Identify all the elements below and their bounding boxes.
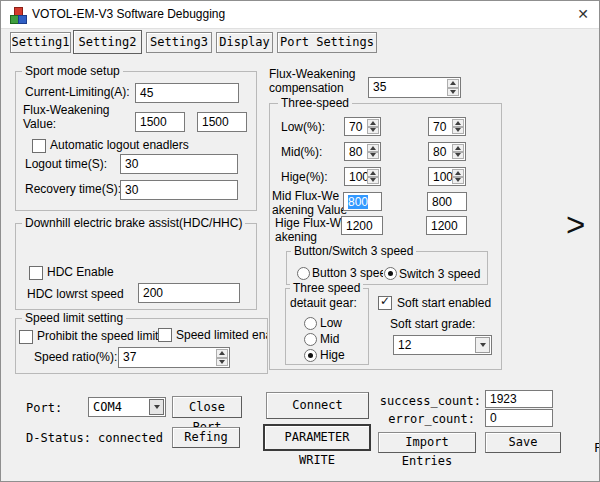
mid-flux-value-1-selected: 800: [348, 195, 368, 209]
spin-up-button[interactable]: [367, 119, 379, 127]
tab-display[interactable]: Display: [216, 32, 273, 53]
port-dropdown[interactable]: COM4: [88, 397, 166, 417]
flux-compensation-label-line1: Flux-Weakening: [269, 68, 355, 81]
dstatus-value: connected: [98, 432, 163, 445]
soft-start-grade-value: 12: [398, 338, 411, 352]
mid-flux-input-2[interactable]: 800: [427, 192, 467, 211]
gear-hige-label: Hige: [320, 349, 345, 362]
spin-up-button[interactable]: [452, 119, 464, 127]
spinner: [452, 119, 464, 134]
default-gear-title-line2: detauit gear:: [290, 297, 357, 310]
recovery-time-input[interactable]: 30: [120, 180, 238, 200]
refing-button[interactable]: Refing: [172, 427, 240, 448]
speed-limited-enable-checkbox[interactable]: [158, 328, 172, 342]
hige-flux-input-2[interactable]: 1200: [426, 216, 467, 235]
import-entries-button[interactable]: Import Entries: [378, 432, 476, 453]
low-percent-input-1[interactable]: 70: [344, 117, 381, 136]
triangle-down-icon: [219, 360, 225, 364]
spin-up-button[interactable]: [452, 169, 464, 177]
flux-weakening-value-input-1[interactable]: 1500: [135, 112, 185, 132]
spin-down-button[interactable]: [367, 127, 379, 135]
switch-3-speed-radio[interactable]: [384, 267, 397, 280]
spinner: [367, 119, 379, 134]
parameter-write-button[interactable]: PARAMETER WRITE: [263, 424, 371, 451]
tab-setting1[interactable]: Setting1: [10, 32, 71, 53]
mid-percent-input-1[interactable]: 80: [344, 142, 381, 161]
hdc-enable-checkbox[interactable]: [29, 266, 43, 280]
hige-flux-input-1[interactable]: 1200: [341, 216, 383, 235]
flux-weakening-value-input-2[interactable]: 1500: [197, 112, 247, 132]
sport-mode-group-title: Sport mode setup: [22, 65, 123, 78]
save-button[interactable]: Save: [485, 432, 561, 453]
low-percent-input-2[interactable]: 70: [428, 117, 466, 136]
spin-up-button[interactable]: [216, 349, 228, 358]
spinner: [452, 144, 464, 159]
triangle-down-icon: [455, 178, 461, 182]
soft-start-enabled-checkbox[interactable]: ✓: [378, 296, 392, 310]
gear-hige-radio[interactable]: [304, 349, 317, 362]
close-port-button[interactable]: Close Port: [172, 396, 242, 418]
spin-up-button[interactable]: [452, 144, 464, 152]
current-limiting-input[interactable]: 45: [135, 83, 239, 103]
mid-percent-input-2[interactable]: 80: [428, 142, 466, 161]
tab-setting3[interactable]: Setting3: [146, 32, 212, 53]
hige-flux-label-line1: Hige Flux-We: [275, 217, 347, 230]
triangle-up-icon: [455, 121, 461, 125]
spin-down-button[interactable]: [452, 127, 464, 135]
soft-start-enabled-label: Soft start enabled: [397, 297, 491, 310]
hige-percent-value-2: 100: [433, 170, 453, 184]
soft-start-grade-dropdown[interactable]: 12: [393, 335, 492, 355]
logout-time-input[interactable]: 30: [120, 154, 238, 174]
spin-down-button[interactable]: [452, 152, 464, 160]
triangle-down-icon: [370, 178, 376, 182]
window-title: VOTOL-EM-V3 Software Debugging: [32, 7, 225, 21]
connect-button[interactable]: Connect: [266, 392, 369, 419]
button-3-speed-radio[interactable]: [297, 267, 310, 280]
speed-ratio-input[interactable]: 37: [118, 347, 230, 368]
low-percent-label: Low(%):: [281, 121, 325, 134]
spin-down-button[interactable]: [367, 152, 379, 160]
hdc-lowest-speed-input[interactable]: 200: [138, 283, 240, 303]
gear-mid-label: Mid: [320, 333, 339, 346]
prohibit-speed-limit-checkbox[interactable]: [19, 330, 33, 344]
mid-percent-label: Mid(%):: [281, 146, 322, 159]
tab-port-settings[interactable]: Port Settings: [277, 32, 377, 53]
triangle-up-icon: [455, 146, 461, 150]
speed-ratio-label: Speed ratio(%):: [34, 351, 117, 364]
dropdown-button[interactable]: [475, 337, 490, 353]
error-count-input[interactable]: 0: [485, 409, 553, 427]
automatic-logout-checkbox[interactable]: [32, 139, 46, 153]
app-window: VOTOL-EM-V3 Software Debugging ✕ Setting…: [0, 0, 600, 482]
spin-down-button[interactable]: [452, 177, 464, 185]
triangle-down-icon: [370, 128, 376, 132]
gear-mid-radio[interactable]: [304, 333, 317, 346]
logout-time-label: Logout time(S):: [25, 158, 107, 171]
dropdown-button[interactable]: [149, 399, 164, 415]
next-page-arrow[interactable]: >: [566, 208, 585, 241]
close-icon[interactable]: ✕: [577, 6, 589, 22]
flux-compensation-input[interactable]: 35: [368, 77, 461, 98]
spin-down-button[interactable]: [216, 358, 228, 367]
hige-percent-input-1[interactable]: 100: [344, 167, 381, 186]
spin-up-button[interactable]: [367, 144, 379, 152]
triangle-up-icon: [370, 146, 376, 150]
mid-flux-input-1[interactable]: 800: [343, 192, 382, 211]
low-percent-value-1: 70: [349, 120, 362, 134]
spin-up-button[interactable]: [367, 169, 379, 177]
gear-low-radio[interactable]: [304, 317, 317, 330]
app-icon: [10, 7, 26, 23]
spin-up-button[interactable]: [447, 79, 459, 88]
spin-down-button[interactable]: [367, 177, 379, 185]
speed-ratio-value: 37: [123, 350, 136, 364]
gear-low-label: Low: [320, 317, 342, 330]
automatic-logout-label: Automatic logout enadlers: [50, 139, 189, 152]
mid-flux-label-line1: Mid Flux-We: [272, 190, 339, 203]
tab-setting2[interactable]: Setting2: [73, 30, 142, 54]
hige-percent-input-2[interactable]: 100: [428, 167, 466, 186]
port-label: Port:: [26, 402, 62, 415]
success-count-input[interactable]: 1923: [485, 390, 553, 408]
check-icon: ✓: [380, 295, 390, 307]
recovery-time-label: Recovery time(S):: [25, 183, 121, 196]
hige-percent-label: Hige(%):: [281, 171, 328, 184]
spin-down-button[interactable]: [447, 88, 459, 97]
